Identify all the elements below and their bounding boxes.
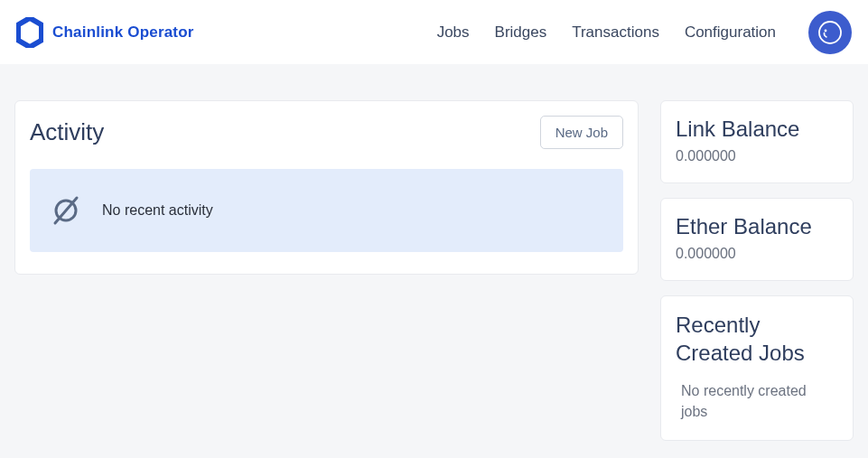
nav-jobs[interactable]: Jobs — [437, 23, 470, 42]
new-job-button[interactable]: New Job — [540, 116, 623, 149]
activity-empty-state: No recent activity — [30, 169, 623, 252]
link-balance-card: Link Balance 0.000000 — [660, 100, 854, 183]
ether-balance-value: 0.000000 — [676, 246, 838, 262]
activity-header: Activity New Job — [15, 101, 638, 169]
user-avatar[interactable] — [808, 11, 852, 54]
nav-transactions[interactable]: Transactions — [572, 23, 659, 42]
svg-point-1 — [825, 29, 827, 32]
nav-configuration[interactable]: Configuration — [685, 23, 776, 42]
recent-jobs-card: Recently Created Jobs No recently create… — [660, 295, 854, 441]
empty-set-icon — [50, 194, 82, 227]
activity-card: Activity New Job No recent activity — [14, 100, 639, 275]
right-column: Link Balance 0.000000 Ether Balance 0.00… — [660, 100, 854, 441]
recent-jobs-empty-text: No recently created jobs — [676, 381, 838, 422]
header: Chainlink Operator Jobs Bridges Transact… — [0, 0, 868, 64]
chainlink-hexagon-icon — [16, 17, 43, 48]
left-column: Activity New Job No recent activity — [14, 100, 639, 441]
recent-jobs-title: Recently Created Jobs — [676, 311, 838, 367]
brand-logo-group[interactable]: Chainlink Operator — [16, 17, 194, 48]
activity-title: Activity — [30, 118, 104, 146]
main-content: Activity New Job No recent activity Link… — [0, 64, 868, 441]
brand-name: Chainlink Operator — [52, 23, 194, 42]
ether-balance-card: Ether Balance 0.000000 — [660, 198, 854, 281]
link-balance-value: 0.000000 — [676, 148, 838, 164]
activity-empty-text: No recent activity — [102, 202, 213, 219]
svg-point-0 — [819, 22, 841, 43]
nav-links: Jobs Bridges Transactions Configuration — [437, 11, 852, 54]
face-icon — [817, 20, 843, 45]
link-balance-title: Link Balance — [676, 116, 838, 143]
ether-balance-title: Ether Balance — [676, 213, 838, 240]
nav-bridges[interactable]: Bridges — [495, 23, 547, 42]
